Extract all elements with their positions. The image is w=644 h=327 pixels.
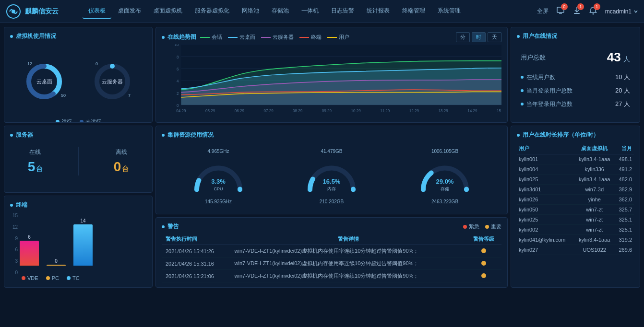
nav-log-alert[interactable]: 日志告警 <box>325 4 360 19</box>
svg-text:29.0%: 29.0% <box>436 178 454 185</box>
nav-network-pool[interactable]: 网络池 <box>236 4 265 19</box>
nav-desktop-vm[interactable]: 桌面虚拟机 <box>148 4 188 19</box>
terminal-chart-area: 15 12 9 6 3 0 6 0 <box>10 213 146 275</box>
user-total-row: 用户总数 43 人 <box>517 48 634 67</box>
nav-terminal-mgmt[interactable]: 终端管理 <box>396 4 431 19</box>
legend-line-cloud-desktop <box>228 37 238 38</box>
tc-bar-rect <box>73 224 93 266</box>
user-online-title: 用户在线情况 <box>517 32 634 40</box>
rank-user: kylin050 <box>517 205 574 215</box>
rank-row: kylin001 kylin3.4-1aaa 498.1 <box>517 154 634 164</box>
server-online-label: 在线 <box>28 148 43 156</box>
time-btn-day[interactable]: 天 <box>488 32 501 42</box>
user-total-unit: 人 <box>623 55 630 63</box>
nav-desktop-publish[interactable]: 桌面发布 <box>112 4 147 19</box>
server-title: 服务器 <box>10 131 146 139</box>
rank-duration: 362.0 <box>615 195 634 205</box>
vde-bar-rect <box>20 241 39 266</box>
cluster-title: 集群资源使用情况 <box>162 131 501 139</box>
nav-server-virt[interactable]: 服务器虚拟化 <box>189 4 235 19</box>
rank-row: kylin041@kylin.com kylin3.4-1aaa 319.2 <box>517 235 634 245</box>
rank-desktop: kylin3.4-1aaa <box>574 235 615 245</box>
pc-dot <box>46 276 50 280</box>
notification-1[interactable]: 0 <box>556 6 565 16</box>
rank-row: kylin027 UOS1022 269.6 <box>517 245 634 255</box>
svg-text:云桌面: 云桌面 <box>36 79 52 84</box>
right-column: 用户在线情况 用户总数 43 人 在线用户数 10 人 <box>511 27 640 288</box>
legend-line-terminal <box>299 37 309 38</box>
stopped-label: 未运行 <box>85 118 101 123</box>
rank-row: kylin002 win7-zt 325.1 <box>517 225 634 235</box>
server-offline-col: 离线 0台 <box>114 148 129 175</box>
svg-text:07:29: 07:29 <box>263 109 274 113</box>
rank-row: kylin026 yinhe 362.0 <box>517 195 634 205</box>
server-divider <box>78 147 79 175</box>
memory-gauge: 41.479GB 16.5% 内存 210.202GB <box>305 149 358 204</box>
server-offline-label: 离线 <box>114 148 129 156</box>
nav-dashboard[interactable]: 仪表板 <box>83 4 111 19</box>
legend-vde: VDE <box>22 275 38 281</box>
notification-2[interactable]: 1 <box>572 6 581 16</box>
time-btn-hour[interactable]: 时 <box>472 32 486 42</box>
user-stat-online: 在线用户数 10 人 <box>517 70 634 84</box>
rank-row: kylin050 win7-zt 325.7 <box>517 205 634 215</box>
rank-col-user: 用户 <box>517 143 574 154</box>
svg-text:CPU: CPU <box>214 187 223 191</box>
nav-storage-pool[interactable]: 存储池 <box>266 4 295 19</box>
nav-stats[interactable]: 统计报表 <box>361 4 395 19</box>
notification-3[interactable]: 1 <box>589 6 597 16</box>
trend-header: 在线趋势图 会话 云桌面 云服务器 <box>162 32 501 42</box>
user-menu-button[interactable]: mcadmin1 <box>605 8 638 15</box>
alert-level <box>466 257 501 270</box>
memory-top-label: 41.479GB <box>321 149 342 154</box>
rank-duration: 325.7 <box>615 205 634 215</box>
alert-level-dot <box>481 248 486 253</box>
alert-level-dot <box>481 261 486 266</box>
fullscreen-button[interactable]: 全屏 <box>537 7 549 15</box>
pc-bar-rect <box>47 265 66 266</box>
nav-menu: 仪表板 桌面发布 桌面虚拟机 服务器虚拟化 网络池 存储池 一体机 日志告警 统… <box>83 4 537 19</box>
alert-legend-important: 重要 <box>485 223 501 230</box>
svg-text:04:29: 04:29 <box>176 109 186 113</box>
logo-text: 麒麟信安云 <box>25 7 59 16</box>
rank-user: kylin025 <box>517 175 574 185</box>
rank-desktop: kylin3.4-1aaa <box>574 154 615 164</box>
user-total-value: 43 <box>607 50 621 64</box>
storage-top-label: 1006.105GB <box>431 149 458 154</box>
rank-col-duration: 当月 <box>615 143 634 154</box>
alert-detail: win7-VDE-I-ZT1(kylinvdei02)虚拟机内存使用率连续10分… <box>231 270 466 282</box>
server-stats: 在线 5台 离线 0台 <box>10 143 146 179</box>
cloud-server-donut-svg: 0 云服务器 7 <box>91 58 134 102</box>
alert-time: 2021/04/26 15:41:26 <box>162 245 231 257</box>
time-btn-min[interactable]: 分 <box>456 32 470 42</box>
trend-card: 在线趋势图 会话 云桌面 云服务器 <box>155 27 508 123</box>
svg-point-5 <box>592 13 594 15</box>
rank-desktop: yinhe <box>574 195 615 205</box>
rank-duration: 325.1 <box>615 225 634 235</box>
user-stat-yearly-val: 27 人 <box>615 100 630 108</box>
rank-row: kylin025 win7-zt 325.1 <box>517 215 634 225</box>
rank-duration: 498.1 <box>615 154 634 164</box>
rank-desktop: kylin336 <box>574 164 615 175</box>
rank-desktop: win7-zt <box>574 215 615 225</box>
alert-title: 警告 <box>162 222 179 231</box>
vde-dot <box>22 276 25 280</box>
svg-text:0: 0 <box>95 61 98 66</box>
server-online-col: 在线 5台 <box>28 148 43 175</box>
bar-tc: 14 <box>73 218 93 266</box>
rank-duration: 319.2 <box>615 235 634 245</box>
rank-user: kylin002 <box>517 225 574 235</box>
nav-sys-mgmt[interactable]: 系统管理 <box>432 4 466 19</box>
rank-user: kylin001 <box>517 154 574 164</box>
terminal-bars: 6 0 14 <box>20 213 146 275</box>
nav-right-area: 全屏 0 1 1 mcadmin1 <box>537 6 638 16</box>
trend-title: 在线趋势图 <box>162 33 196 41</box>
running-label: 运行 <box>61 118 72 123</box>
user-stats: 用户总数 43 人 在线用户数 10 人 当月登录 <box>517 44 634 115</box>
user-stat-monthly: 当月登录用户总数 20 人 <box>517 84 634 97</box>
urgent-dot <box>463 225 467 229</box>
svg-text:3.3%: 3.3% <box>211 178 226 185</box>
nav-integrated[interactable]: 一体机 <box>296 4 324 19</box>
badge-3: 1 <box>594 3 600 10</box>
alert-time: 2021/04/26 15:31:16 <box>162 257 231 270</box>
